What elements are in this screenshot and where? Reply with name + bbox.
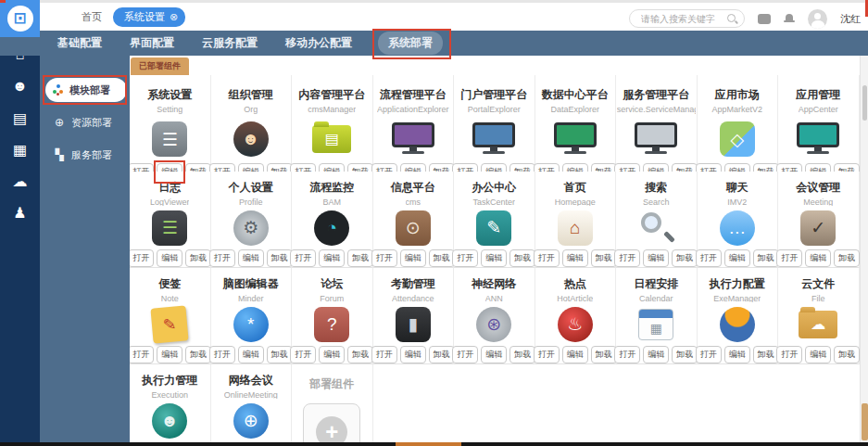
gear-icon: ⚙ bbox=[233, 210, 269, 246]
uninstall-button[interactable]: 卸载 bbox=[347, 249, 373, 267]
open-button[interactable]: 打开 bbox=[130, 249, 154, 267]
open-button[interactable]: 打开 bbox=[776, 249, 802, 267]
card-subtitle: Execution bbox=[151, 390, 188, 399]
sidebar-user-monitor-icon[interactable]: ☻ bbox=[0, 70, 40, 102]
edit-button[interactable]: 编辑 bbox=[238, 249, 264, 267]
scrollbar-thumb-bottom[interactable] bbox=[862, 403, 868, 440]
nav-tab-3[interactable]: 移动办公配置 bbox=[283, 32, 354, 55]
open-button[interactable]: 打开 bbox=[209, 249, 235, 267]
nav-tab-1[interactable]: 界面配置 bbox=[128, 32, 176, 55]
uninstall-button[interactable]: 卸载 bbox=[591, 346, 617, 363]
notification-bell-icon[interactable] bbox=[784, 14, 795, 24]
uninstall-button[interactable]: 卸载 bbox=[429, 249, 455, 267]
open-button[interactable]: 打开 bbox=[290, 249, 316, 267]
open-button[interactable]: 打开 bbox=[371, 346, 397, 363]
uninstall-button[interactable]: 卸载 bbox=[429, 346, 455, 363]
nav-tab-0[interactable]: 基础配置 bbox=[56, 32, 104, 55]
nav-tab-4[interactable]: 系统部署 bbox=[378, 32, 443, 55]
open-button[interactable]: 打开 bbox=[209, 346, 235, 363]
edit-button[interactable]: 编辑 bbox=[319, 346, 345, 363]
nav-tab-2[interactable]: 云服务配置 bbox=[200, 32, 259, 55]
edit-button[interactable]: 编辑 bbox=[724, 346, 750, 363]
edit-button[interactable]: 编辑 bbox=[400, 346, 426, 363]
open-button[interactable]: 打开 bbox=[130, 346, 154, 363]
house-icon: ⌂ bbox=[558, 210, 593, 246]
uninstall-button[interactable]: 卸载 bbox=[672, 346, 698, 363]
edit-button[interactable]: 编辑 bbox=[157, 249, 182, 267]
open-button[interactable]: 打开 bbox=[696, 249, 722, 267]
tab-deployed-components[interactable]: 已部署组件 bbox=[131, 57, 189, 75]
clipboard-icon: ✓ bbox=[800, 210, 836, 246]
open-button[interactable]: 打开 bbox=[452, 249, 478, 267]
uninstall-button[interactable]: 卸载 bbox=[753, 346, 779, 363]
component-grid: 系统设置Setting☰打开编辑卸载组织管理Org☻打开编辑卸载内容管理平台cm… bbox=[130, 75, 860, 442]
uninstall-button[interactable]: 卸载 bbox=[267, 346, 293, 363]
card-title: 搜索 bbox=[645, 180, 667, 196]
uninstall-button[interactable]: 卸载 bbox=[509, 346, 535, 363]
edit-button[interactable]: 编辑 bbox=[805, 346, 831, 363]
card-subtitle: IMV2 bbox=[727, 198, 747, 206]
open-button[interactable]: 打开 bbox=[371, 249, 397, 267]
sub-sidebar-item-1[interactable]: ⊕资源部署 bbox=[45, 110, 130, 134]
edit-button[interactable]: 编辑 bbox=[238, 346, 264, 363]
add-component-button[interactable]: + bbox=[303, 403, 360, 442]
uninstall-button[interactable]: 卸载 bbox=[267, 249, 293, 267]
open-button[interactable]: 打开 bbox=[614, 249, 640, 267]
card-icon-area: ◇ bbox=[720, 116, 755, 162]
uninstall-button[interactable]: 卸载 bbox=[185, 346, 211, 363]
edit-button[interactable]: 编辑 bbox=[805, 249, 831, 267]
header-bar: 首页 系统设置 ⊗ 沈红 bbox=[0, 3, 868, 31]
vertical-scrollbar[interactable] bbox=[860, 56, 868, 442]
open-button[interactable]: 打开 bbox=[776, 346, 802, 363]
uninstall-button[interactable]: 卸载 bbox=[672, 249, 698, 267]
app-logo[interactable]: ⊡ bbox=[0, 0, 40, 37]
open-button[interactable]: 打开 bbox=[452, 346, 478, 363]
open-button[interactable]: 打开 bbox=[534, 249, 560, 267]
breadcrumb-tag-system-settings[interactable]: 系统设置 ⊗ bbox=[113, 7, 185, 27]
edit-button[interactable]: 编辑 bbox=[724, 249, 750, 267]
uninstall-button[interactable]: 卸载 bbox=[834, 249, 860, 267]
card-title: 脑图编辑器 bbox=[223, 276, 279, 292]
edit-button[interactable]: 编辑 bbox=[643, 346, 669, 363]
config-nav-bar: 基础配置界面配置云服务配置移动办公配置系统部署 bbox=[0, 31, 868, 56]
edit-button[interactable]: 编辑 bbox=[157, 346, 182, 363]
open-button[interactable]: 打开 bbox=[696, 346, 722, 363]
sub-sidebar-item-0[interactable]: 模块部署 bbox=[45, 78, 127, 102]
open-button[interactable]: 打开 bbox=[290, 346, 316, 363]
edit-button[interactable]: 编辑 bbox=[481, 249, 507, 267]
open-button[interactable]: 打开 bbox=[534, 346, 560, 363]
message-icon[interactable] bbox=[758, 14, 771, 24]
sidebar-cloud-folder-icon[interactable]: ☁ bbox=[0, 165, 40, 197]
app-card-8: 应用管理AppCenter打开编辑卸载 bbox=[778, 75, 860, 185]
uninstall-button[interactable]: 卸载 bbox=[347, 346, 373, 363]
edit-button[interactable]: 编辑 bbox=[400, 249, 426, 267]
edit-button[interactable]: 编辑 bbox=[481, 346, 507, 363]
uninstall-button[interactable]: 卸载 bbox=[509, 249, 535, 267]
breadcrumb-home[interactable]: 首页 bbox=[82, 10, 102, 24]
logo-glyph-icon: ⊡ bbox=[7, 6, 33, 32]
sidebar-calendar-icon[interactable]: ▦ bbox=[0, 134, 40, 165]
user-avatar[interactable] bbox=[808, 9, 827, 29]
edit-button[interactable]: 编辑 bbox=[562, 346, 588, 363]
sidebar-org-chart-icon[interactable]: ♟ bbox=[0, 197, 40, 228]
uninstall-button[interactable]: 卸载 bbox=[591, 249, 617, 267]
sub-sidebar-item-label: 模块部署 bbox=[69, 83, 110, 97]
edit-button[interactable]: 编辑 bbox=[562, 249, 588, 267]
uninstall-button[interactable]: 卸载 bbox=[753, 249, 779, 267]
search-input[interactable] bbox=[639, 13, 726, 25]
card-icon-area: ▤ bbox=[312, 116, 351, 162]
book-magnifier-icon: ⊙ bbox=[396, 210, 431, 246]
edit-button[interactable]: 编辑 bbox=[643, 249, 669, 267]
close-tag-icon[interactable]: ⊗ bbox=[170, 11, 178, 23]
uninstall-button[interactable]: 卸载 bbox=[185, 249, 211, 267]
scrollbar-thumb[interactable] bbox=[862, 85, 867, 121]
card-icon-area: ✎ bbox=[152, 304, 187, 345]
uninstall-button[interactable]: 卸载 bbox=[834, 346, 860, 363]
app-card-2: 内容管理平台cmsManager▤打开编辑卸载 bbox=[292, 75, 373, 185]
open-button[interactable]: 打开 bbox=[614, 346, 640, 363]
edit-button[interactable]: 编辑 bbox=[319, 249, 345, 267]
search-icon[interactable] bbox=[726, 13, 738, 25]
card-subtitle: service.ServiceManage bbox=[617, 105, 696, 114]
sub-sidebar-item-2[interactable]: ▚服务部署 bbox=[45, 143, 130, 167]
sidebar-news-icon[interactable]: ▤ bbox=[0, 102, 40, 134]
